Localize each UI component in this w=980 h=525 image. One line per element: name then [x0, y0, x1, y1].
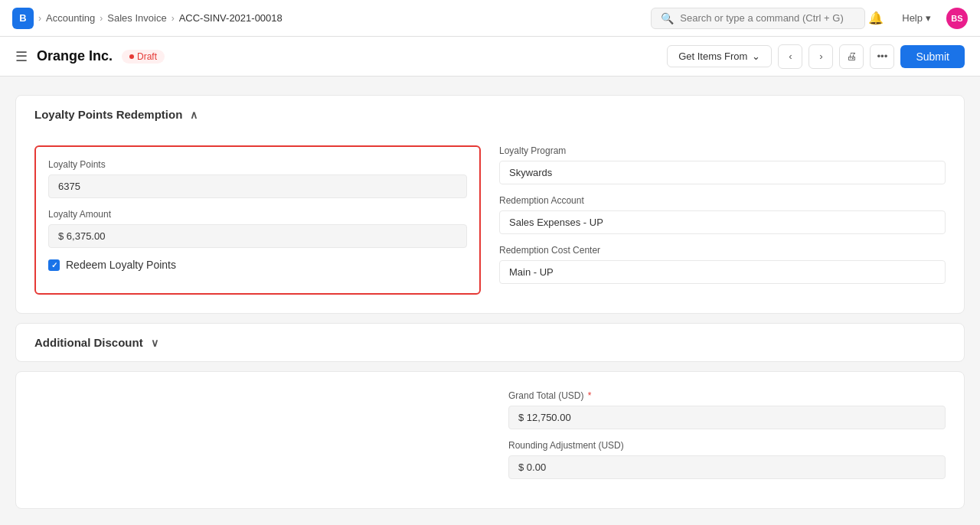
status-badge: Draft	[122, 50, 165, 64]
navbar-center: 🔍	[651, 8, 865, 29]
breadcrumb-accounting[interactable]: Accounting	[46, 12, 95, 24]
next-button[interactable]: ›	[808, 44, 833, 69]
rounding-value[interactable]: $ 0.00	[508, 455, 946, 479]
totals-grid: Grand Total (USD) * $ 12,750.00 Rounding…	[34, 390, 946, 490]
breadcrumb-current: ACC-SINV-2021-00018	[179, 12, 283, 24]
submit-button[interactable]: Submit	[900, 45, 965, 68]
navbar-right: 🔔 Help ▾ BS	[865, 8, 968, 29]
totals-card: Grand Total (USD) * $ 12,750.00 Rounding…	[15, 371, 965, 509]
loyalty-amount-label: Loyalty Amount	[48, 209, 467, 220]
redeem-checkbox-row[interactable]: Redeem Loyalty Points	[48, 259, 467, 271]
loyalty-grid: Loyalty Points 6375 Loyalty Amount $ 6,3…	[34, 145, 946, 295]
grand-total-label: Grand Total (USD) *	[508, 390, 946, 401]
breadcrumb-sep-1: ›	[38, 13, 41, 24]
help-button[interactable]: Help ▾	[896, 9, 937, 27]
grand-total-required: *	[588, 390, 592, 401]
loyalty-amount-value[interactable]: $ 6,375.00	[48, 224, 467, 248]
loyalty-amount-field: Loyalty Amount $ 6,375.00	[48, 209, 467, 248]
redeem-checkbox[interactable]	[48, 259, 60, 271]
get-items-button[interactable]: Get Items From ⌄	[667, 45, 772, 67]
loyalty-card-body: Loyalty Points 6375 Loyalty Amount $ 6,3…	[16, 133, 964, 313]
loyalty-card: Loyalty Points Redemption ∧ Loyalty Poin…	[15, 95, 965, 314]
status-dot	[129, 54, 134, 59]
prev-button[interactable]: ‹	[778, 44, 802, 69]
get-items-chevron-icon: ⌄	[752, 51, 760, 62]
help-chevron-icon: ▾	[926, 12, 931, 24]
redemption-cost-center-label: Redemption Cost Center	[499, 245, 946, 256]
loyalty-left-box: Loyalty Points 6375 Loyalty Amount $ 6,3…	[34, 145, 481, 295]
grand-total-value[interactable]: $ 12,750.00	[508, 406, 946, 429]
loyalty-points-field: Loyalty Points 6375	[48, 159, 467, 198]
subheader: ☰ Orange Inc. Draft Get Items From ⌄ ‹ ›…	[0, 37, 980, 77]
loyalty-program-label: Loyalty Program	[499, 145, 946, 156]
additional-discount-title: Additional Discount	[34, 336, 143, 349]
grand-total-field: Grand Total (USD) * $ 12,750.00	[508, 390, 946, 429]
loyalty-section-title: Loyalty Points Redemption	[34, 108, 182, 121]
app-icon[interactable]: B	[12, 8, 34, 29]
breadcrumb-sales-invoice[interactable]: Sales Invoice	[107, 12, 166, 24]
loyalty-points-label: Loyalty Points	[48, 159, 467, 170]
redemption-account-value[interactable]: Sales Expenses - UP	[499, 210, 946, 234]
avatar[interactable]: BS	[946, 8, 968, 29]
status-label: Draft	[137, 51, 157, 62]
print-button[interactable]: 🖨	[839, 44, 864, 69]
totals-right: Grand Total (USD) * $ 12,750.00 Rounding…	[490, 390, 946, 490]
breadcrumb-sep-3: ›	[172, 13, 175, 24]
more-options-button[interactable]: •••	[870, 44, 894, 69]
breadcrumb-sep-2: ›	[100, 13, 103, 24]
redeem-label: Redeem Loyalty Points	[66, 259, 176, 271]
main-content: Loyalty Points Redemption ∧ Loyalty Poin…	[0, 77, 980, 525]
redemption-account-field: Redemption Account Sales Expenses - UP	[499, 195, 946, 234]
subheader-actions: Get Items From ⌄ ‹ › 🖨 ••• Submit	[667, 44, 965, 69]
search-icon: 🔍	[661, 12, 674, 24]
navbar: B › Accounting › Sales Invoice › ACC-SIN…	[0, 0, 980, 37]
additional-discount-expand-icon: ∨	[151, 337, 158, 349]
loyalty-points-value[interactable]: 6375	[48, 174, 467, 198]
help-label: Help	[902, 12, 923, 24]
additional-discount-header[interactable]: Additional Discount ∨	[16, 324, 964, 361]
search-input[interactable]	[680, 12, 855, 24]
loyalty-right-box: Loyalty Program Skywards Redemption Acco…	[499, 145, 946, 295]
redemption-cost-center-value[interactable]: Main - UP	[499, 260, 946, 284]
loyalty-program-value[interactable]: Skywards	[499, 161, 946, 184]
rounding-field: Rounding Adjustment (USD) $ 0.00	[508, 440, 946, 479]
additional-discount-card: Additional Discount ∨	[15, 323, 965, 362]
redemption-cost-center-field: Redemption Cost Center Main - UP	[499, 245, 946, 284]
navbar-left: B › Accounting › Sales Invoice › ACC-SIN…	[12, 8, 651, 29]
page-title: Orange Inc.	[37, 48, 113, 64]
loyalty-card-header[interactable]: Loyalty Points Redemption ∧	[16, 96, 964, 133]
notification-icon[interactable]: 🔔	[865, 8, 887, 28]
get-items-label: Get Items From	[678, 51, 747, 62]
redemption-account-label: Redemption Account	[499, 195, 946, 206]
rounding-label: Rounding Adjustment (USD)	[508, 440, 946, 451]
search-bar[interactable]: 🔍	[651, 8, 865, 29]
menu-icon[interactable]: ☰	[15, 48, 28, 65]
loyalty-program-field: Loyalty Program Skywards	[499, 145, 946, 184]
totals-section: Grand Total (USD) * $ 12,750.00 Rounding…	[16, 372, 964, 508]
loyalty-collapse-icon: ∧	[190, 109, 198, 121]
